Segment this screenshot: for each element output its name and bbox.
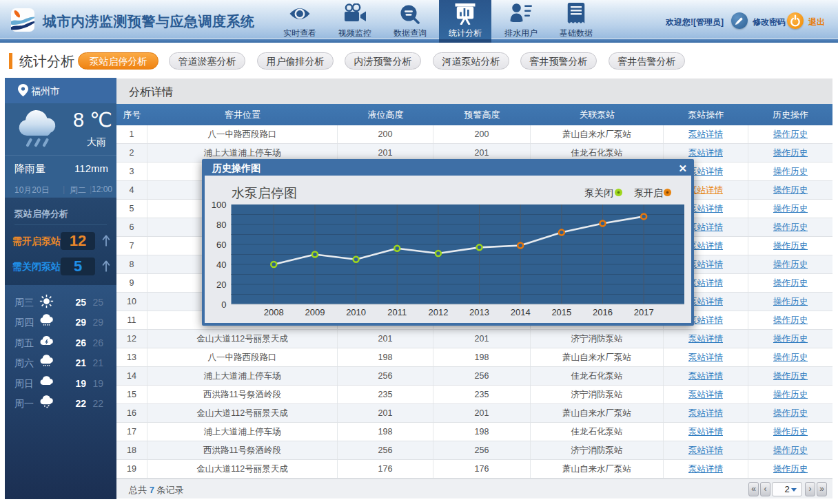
svg-text:2015: 2015: [551, 307, 571, 317]
svg-text:100: 100: [212, 200, 227, 210]
svg-text:60: 60: [216, 240, 226, 250]
svg-text:0: 0: [221, 300, 226, 310]
svg-text:20: 20: [216, 280, 226, 290]
svg-text:2008: 2008: [264, 307, 284, 317]
svg-text:80: 80: [216, 220, 226, 230]
svg-text:2011: 2011: [387, 307, 407, 317]
svg-text:2010: 2010: [346, 307, 366, 317]
svg-text:2009: 2009: [305, 307, 325, 317]
svg-text:2013: 2013: [469, 307, 489, 317]
svg-text:2017: 2017: [634, 307, 654, 317]
svg-text:2014: 2014: [511, 307, 531, 317]
svg-text:40: 40: [216, 260, 226, 270]
svg-text:2016: 2016: [593, 307, 613, 317]
svg-text:2012: 2012: [428, 307, 448, 317]
